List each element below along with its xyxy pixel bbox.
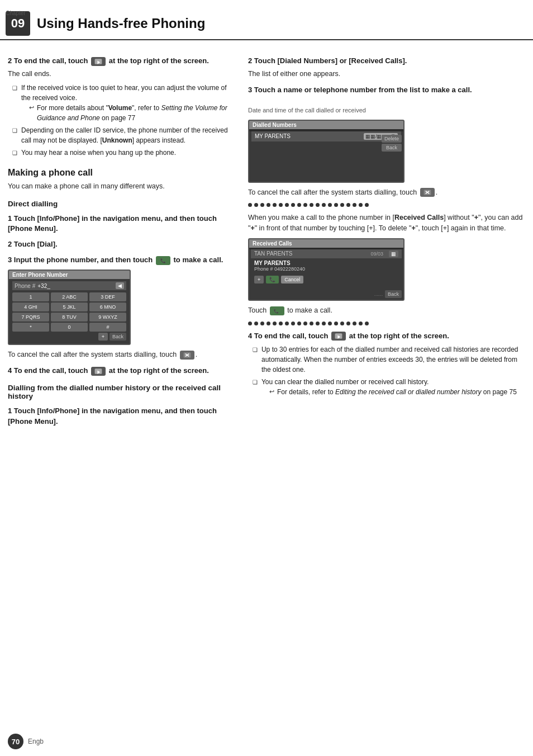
key-4[interactable]: 4 GHI — [12, 303, 49, 311]
received-top-name: TAN PARENTS — [254, 251, 293, 257]
dot — [328, 203, 332, 207]
dot — [365, 203, 369, 207]
received-date: 09/03 — [370, 251, 383, 257]
cancel-text-left: To cancel the call after the system star… — [8, 349, 236, 360]
received-date-icon: ▦ — [389, 251, 398, 257]
right-step2-body: The list of either one appears. — [248, 69, 525, 79]
received-phone: Phone # 04922280240 — [254, 266, 398, 272]
keypad-row-1: 1 2 ABC 3 DEF — [12, 292, 126, 301]
right-step4-bullets: Up to 30 entries for each of the dialled… — [253, 344, 525, 397]
dot — [340, 203, 344, 207]
dot — [310, 203, 313, 207]
end-call-step-heading: 2 To end the call, touch at the top righ… — [8, 56, 236, 66]
dot — [266, 322, 270, 325]
date-label-container: Date and time of the call dialled or rec… — [248, 98, 525, 115]
received-calls-header: Received Calls — [249, 239, 403, 248]
dot — [248, 322, 252, 325]
dot — [285, 203, 289, 207]
dot — [273, 322, 277, 325]
received-top-row: TAN PARENTS 09/03 ▦ — [251, 249, 402, 258]
dot — [365, 322, 369, 325]
key-2[interactable]: 2 ABC — [51, 292, 88, 301]
right-step2: 2 Touch [Dialed Numbers] or [Received Ca… — [248, 56, 525, 79]
back-btn-dialled[interactable]: Back — [382, 144, 402, 152]
svg-text:📞: 📞 — [160, 258, 166, 263]
plus-btn[interactable]: + — [254, 276, 264, 284]
dot — [260, 322, 264, 325]
key-6[interactable]: 6 MNO — [89, 303, 126, 311]
dialling-from-title: Dialling from the dialled number history… — [8, 384, 236, 400]
key-0[interactable]: 0 — [51, 323, 88, 332]
dot — [248, 203, 252, 207]
dot — [346, 322, 350, 325]
dialled-numbers-screen: Dialled Numbers MY PARENTS ▦▦/▦▦ ☎ Delet… — [248, 120, 404, 183]
dot — [254, 322, 258, 325]
key-1[interactable]: 1 — [12, 292, 49, 301]
received-actions: + 📞 Cancel — [251, 273, 402, 286]
dialled-contact-row: MY PARENTS ▦▦/▦▦ ☎ — [251, 131, 401, 141]
end-call-icon-right — [331, 332, 346, 341]
svg-text:📞: 📞 — [274, 309, 279, 314]
dialled-numbers-body: MY PARENTS ▦▦/▦▦ ☎ Delete Back — [249, 131, 403, 182]
dialling-from-step1: 1 Touch [Info/Phone] in the navigation m… — [8, 406, 236, 426]
end-call-icon-2 — [91, 367, 106, 376]
making-call-body: You can make a phone call in many differ… — [8, 181, 236, 192]
dot — [297, 203, 301, 207]
bullet-caller-id: Depending on the caller ID service, the … — [12, 125, 236, 145]
enter-phone-screen: Enter Phone Number Phone # +32_ ◀ 1 2 AB… — [8, 270, 131, 345]
cancel-icon — [180, 351, 194, 360]
received-contact-name: MY PARENTS — [254, 260, 398, 266]
bullet-noise: You may hear a noise when you hang up th… — [12, 148, 236, 158]
cancel-icon-right — [420, 188, 435, 197]
dot — [359, 203, 363, 207]
page-number: 70 — [8, 734, 23, 749]
received-name-row: MY PARENTS Phone # 04922280240 — [251, 258, 402, 273]
dot-separator-2 — [248, 322, 525, 325]
key-9[interactable]: 9 WXYZ — [89, 313, 126, 322]
call-icon-step3: 📞 — [156, 256, 170, 265]
left-column: 2 To end the call, touch at the top righ… — [8, 50, 246, 429]
key-star[interactable]: * — [12, 323, 49, 332]
dot — [285, 322, 289, 325]
dot — [316, 322, 320, 325]
delete-btn[interactable]: Delete — [382, 135, 402, 143]
dot — [297, 322, 301, 325]
right-step3-heading: 3 Touch a name or telephone number from … — [248, 85, 525, 95]
cancel-text-right: To cancel the call after the system star… — [248, 187, 525, 198]
phone-clear-btn[interactable]: ◀ — [116, 282, 124, 289]
dialled-right-btns: Delete Back — [382, 135, 402, 152]
keypad-row-2: 4 GHI 5 JKL 6 MNO — [12, 303, 126, 311]
key-hash[interactable]: # — [89, 323, 126, 332]
right-column: 2 Touch [Dialed Numbers] or [Received Ca… — [246, 50, 525, 429]
received-back-area: ....... Back — [374, 289, 402, 298]
phone-input-label: Phone # — [15, 283, 35, 289]
right-step2-heading: 2 Touch [Dialed Numbers] or [Received Ca… — [248, 56, 525, 66]
back-btn-screen[interactable]: Back — [110, 333, 126, 341]
dialled-contact-name: MY PARENTS — [255, 133, 360, 139]
footer: 70 Engb — [8, 734, 44, 749]
keypad-row-4: * 0 # — [12, 323, 126, 332]
dot — [353, 203, 356, 207]
right-step4: 4 To end the call, touch at the top righ… — [248, 331, 525, 397]
end-call-bullet-list: If the received voice is too quiet to he… — [12, 83, 236, 158]
sub-bullet-volume: For more details about "Volume", refer t… — [21, 103, 236, 123]
key-8[interactable]: 8 TUV — [51, 313, 88, 322]
phone-input-value: +32_ — [37, 283, 113, 289]
dot — [291, 203, 295, 207]
key-7[interactable]: 7 PQRS — [12, 313, 49, 322]
key-3[interactable]: 3 DEF — [89, 292, 126, 301]
end-call-icon — [91, 57, 106, 66]
dot — [303, 203, 307, 207]
cancel-btn[interactable]: Cancel — [281, 276, 303, 284]
key-plus[interactable]: + — [98, 333, 108, 341]
dot-separator-1 — [248, 203, 525, 207]
received-back-btn[interactable]: Back — [385, 290, 402, 298]
received-calls-body: TAN PARENTS 09/03 ▦ MY PARENTS Phone # 0… — [249, 249, 403, 300]
right-step3: 3 Touch a name or telephone number from … — [248, 85, 525, 183]
dot — [260, 203, 264, 207]
dot — [328, 322, 332, 325]
call-btn[interactable]: 📞 — [266, 276, 279, 284]
dot — [322, 203, 326, 207]
key-5[interactable]: 5 JKL — [51, 303, 88, 311]
dot — [359, 322, 363, 325]
